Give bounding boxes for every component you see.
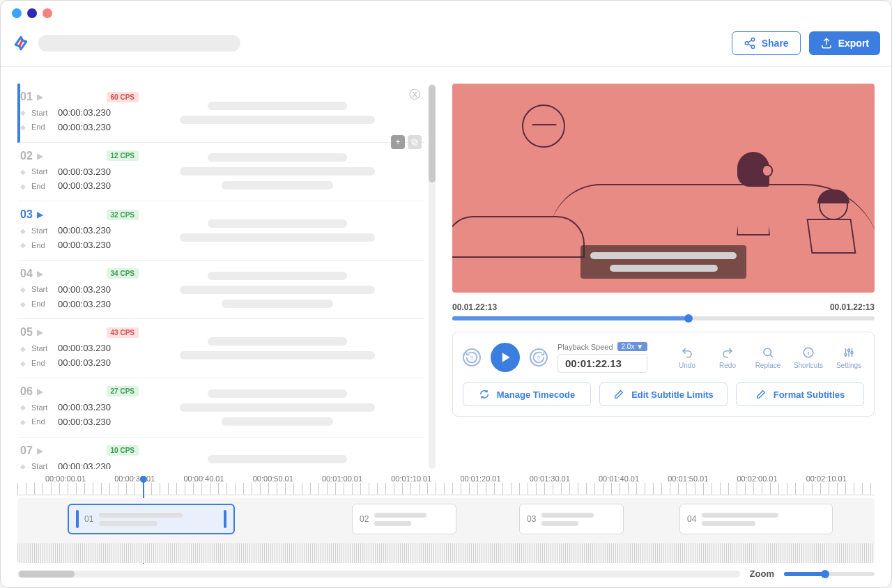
svg-point-9 [851, 351, 853, 353]
illustration-person-1 [737, 152, 770, 235]
end-timecode[interactable]: 00:00:03.230 [58, 179, 111, 194]
end-timecode[interactable]: 00:00:03.230 [58, 297, 111, 312]
redo-button[interactable]: Redo [712, 346, 743, 369]
window-control-1[interactable] [12, 8, 22, 18]
info-icon [802, 346, 815, 359]
subtitle-scrollbar[interactable] [429, 84, 436, 469]
end-label: End [31, 416, 52, 428]
timeline-clip[interactable]: 03 [519, 504, 624, 534]
copy-row-button[interactable] [408, 135, 422, 149]
subtitle-text[interactable] [139, 208, 416, 253]
timeline-clip[interactable]: 01 [68, 504, 235, 534]
forward-5-button[interactable]: 5 [530, 348, 548, 366]
edit-limits-button[interactable]: Edit Subtitle Limits [599, 382, 728, 406]
tick-label: 00:01:00.01 [322, 474, 362, 483]
settings-button[interactable]: Settings [833, 346, 864, 369]
timeline-scrollbar[interactable] [17, 571, 740, 578]
subtitle-row[interactable]: 05 ▶ 43 CPS ◆Start00:00:03.230 ◆End00:00… [17, 319, 424, 378]
subtitle-text[interactable] [139, 385, 416, 430]
subtitle-row[interactable]: 02 ▶ 12 CPS ◆Start00:00:03.230 ◆End00:00… [17, 143, 424, 202]
start-timecode[interactable]: 00:00:03.230 [58, 165, 111, 180]
add-row-button[interactable]: + [391, 135, 405, 149]
speed-selector[interactable]: 2.0x ▼ [617, 342, 648, 351]
row-index: 06 [20, 385, 33, 398]
timeline: 00:00:00.0100:00:30.0100:00:40.0100:00:5… [1, 469, 891, 587]
start-timecode[interactable]: 00:00:03.230 [58, 460, 111, 469]
traffic-lights [12, 8, 52, 18]
seek-knob[interactable] [684, 314, 693, 323]
clear-row-icon[interactable]: ⓧ [409, 88, 420, 102]
subtitle-row[interactable]: 03 ▶ 32 CPS ◆Start00:00:03.230 ◆End00:00… [17, 201, 424, 261]
start-timecode[interactable]: 00:00:03.230 [58, 401, 111, 415]
zoom-label: Zoom [750, 568, 774, 579]
timecode-display: 00:01:22.13 [558, 354, 647, 373]
end-timecode[interactable]: 00:00:03.230 [58, 238, 111, 253]
subtitle-text[interactable] [139, 326, 416, 371]
end-label: End [31, 121, 52, 134]
play-row-icon[interactable]: ▶ [37, 92, 43, 102]
start-timecode[interactable]: 00:00:03.230 [58, 341, 111, 356]
tick-label: 00:01:40.01 [599, 474, 639, 483]
cps-badge: 27 CPS [107, 386, 139, 396]
row-index: 04 [20, 268, 33, 280]
play-button[interactable] [491, 343, 520, 372]
window-control-2[interactable] [27, 8, 37, 18]
replace-button[interactable]: Replace [753, 346, 783, 369]
waveform-track[interactable]: 01020304 [17, 498, 875, 563]
subtitle-row[interactable]: 06 ▶ 27 CPS ◆Start00:00:03.230 ◆End00:00… [17, 378, 424, 438]
play-icon [498, 350, 512, 364]
timeline-clip[interactable]: 04 [679, 504, 833, 534]
title-bar [1, 1, 891, 26]
play-row-icon[interactable]: ▶ [37, 269, 43, 279]
export-button[interactable]: Export [809, 31, 880, 55]
timeline-scroll-thumb[interactable] [19, 571, 75, 578]
subtitle-text[interactable] [139, 268, 416, 312]
share-label: Share [762, 38, 789, 49]
play-row-icon[interactable]: ▶ [37, 210, 43, 219]
play-row-icon[interactable]: ▶ [37, 151, 43, 161]
end-timecode[interactable]: 00:00:03.230 [58, 121, 111, 135]
svg-point-5 [764, 348, 771, 356]
play-row-icon[interactable]: ▶ [37, 387, 43, 396]
title-input[interactable] [38, 35, 240, 52]
clip-handle-left[interactable] [76, 510, 79, 528]
zoom-knob[interactable] [821, 570, 829, 578]
video-preview[interactable] [452, 84, 875, 293]
subtitle-row[interactable]: 01 ▶ 60 CPS ◆Start00:00:03.230 ◆End00:00… [17, 84, 424, 143]
start-timecode[interactable]: 00:00:03.230 [58, 224, 111, 238]
start-timecode[interactable]: 00:00:03.230 [58, 106, 111, 121]
rewind-5-button[interactable]: 5 [463, 348, 481, 366]
start-timecode[interactable]: 00:00:03.230 [58, 283, 111, 297]
undo-button[interactable]: Undo [672, 346, 702, 369]
subtitle-text[interactable] [139, 150, 416, 194]
end-timecode[interactable]: 00:00:03.230 [58, 415, 111, 430]
format-icon [755, 389, 767, 400]
timeline-footer: Zoom [17, 568, 875, 579]
app-logo [12, 34, 30, 52]
play-row-icon[interactable]: ▶ [37, 327, 43, 337]
end-label: End [31, 298, 52, 311]
scroll-thumb[interactable] [429, 85, 436, 183]
shortcuts-button[interactable]: Shortcuts [793, 346, 824, 369]
subtitle-text[interactable] [139, 444, 416, 469]
seek-bar[interactable] [452, 316, 875, 320]
share-button[interactable]: Share [732, 31, 801, 55]
window-control-3[interactable] [43, 8, 52, 18]
waveform [17, 543, 875, 563]
zoom-slider[interactable] [784, 572, 875, 576]
subtitle-text[interactable] [139, 91, 416, 135]
time-readout: 00.01.22:13 00.01.22:13 [452, 302, 875, 312]
manage-timecode-button[interactable]: Manage Timecode [463, 382, 591, 406]
clip-handle-right[interactable] [224, 510, 226, 528]
play-row-icon[interactable]: ▶ [37, 446, 43, 456]
row-index: 07 [20, 444, 33, 457]
subtitle-list[interactable]: 01 ▶ 60 CPS ◆Start00:00:03.230 ◆End00:00… [17, 84, 424, 469]
tick-label: 00:01:10.01 [391, 474, 431, 483]
format-subtitles-button[interactable]: Format Subtitles [736, 382, 864, 406]
end-timecode[interactable]: 00:00:03.230 [58, 356, 111, 371]
subtitle-row[interactable]: 07 ▶ 10 CPS ◆Start00:00:03.230 ◆End00:00… [17, 438, 424, 469]
timeline-clip[interactable]: 02 [352, 504, 456, 534]
cps-badge: 34 CPS [107, 268, 139, 279]
subtitle-row[interactable]: 04 ▶ 34 CPS ◆Start00:00:03.230 ◆End00:00… [17, 261, 424, 320]
tick-label: 00:00:30.01 [114, 474, 155, 483]
